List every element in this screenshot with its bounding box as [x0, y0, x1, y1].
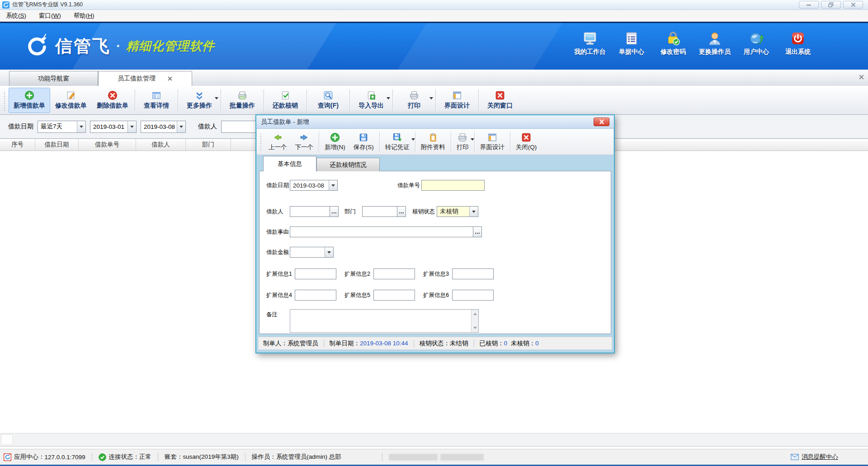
remark-textarea[interactable] [290, 309, 479, 333]
dropdown-caret-icon [471, 138, 474, 142]
loan-amount-select[interactable] [290, 247, 334, 258]
next-record-button[interactable]: 下一个 [291, 130, 318, 154]
toolbar-separator [264, 89, 264, 111]
delete-icon [108, 90, 118, 100]
loan-reason-input[interactable] [290, 226, 473, 237]
ext6-label: 扩展信息6 [423, 290, 449, 301]
close-button[interactable] [843, 1, 863, 9]
borrower-input[interactable] [290, 206, 330, 217]
dept-input[interactable] [362, 206, 397, 217]
dept-lookup-button[interactable]: … [397, 206, 406, 217]
operator-label: 操作员： [252, 453, 276, 461]
dropdown-arrow[interactable] [325, 247, 333, 257]
tab-close-icon[interactable] [167, 76, 173, 81]
menu-window[interactable]: 窗口(W) [39, 12, 61, 20]
scrollbar-thumb[interactable] [1, 434, 13, 445]
column-header-loan-no[interactable]: 借款单号 [79, 139, 136, 151]
workbench-button[interactable]: 我的工作台 [573, 31, 607, 56]
ext4-input[interactable] [295, 290, 336, 301]
loan-date-select[interactable]: 2019-03-08 [290, 180, 338, 191]
dropdown-arrow[interactable] [77, 121, 85, 132]
attachments-button[interactable]: 附件资料 [417, 130, 449, 154]
close-window-button[interactable]: 关闭窗口 [480, 88, 520, 113]
dropdown-arrow[interactable] [177, 121, 185, 132]
scroll-up-icon[interactable] [473, 311, 477, 315]
dialog-form: 借款日期 2019-03-08 借款单号 借款人 … 部门 … 核销状态 未核销… [259, 171, 611, 334]
batch-actions-button[interactable]: 批量操作 [222, 88, 262, 113]
menu-help[interactable]: 帮助(H) [74, 12, 94, 20]
date-to-select[interactable]: 2019-03-08 [141, 121, 186, 133]
exit-system-button[interactable]: 退出系统 [781, 31, 815, 56]
toolbar-separator [474, 132, 475, 152]
tab-loan-management[interactable]: 员工借款管理 [98, 71, 192, 86]
edit-loan-button[interactable]: 修改借款单 [50, 88, 92, 113]
post-voucher-button[interactable]: 转记凭证 [381, 130, 414, 154]
restore-button[interactable] [821, 1, 841, 9]
tab-basic-info[interactable]: 基本信息 [263, 156, 316, 171]
loan-no-label: 借款单号 [397, 180, 420, 191]
make-date-value: 2019-03-08 10:44 [360, 340, 408, 347]
add-loan-button[interactable]: 新增借款单 [9, 88, 50, 113]
tabbar-close-icon[interactable] [859, 74, 864, 80]
toolbar-separator [178, 89, 178, 111]
connection-ok-icon [99, 453, 106, 461]
menu-system[interactable]: 系统(S) [6, 12, 26, 20]
repay-verify-button[interactable]: 还款核销 [265, 88, 305, 113]
borrower-lookup-button[interactable]: … [330, 206, 339, 217]
new-record-button[interactable]: 新增(N) [321, 130, 349, 154]
document-center-button[interactable]: 单据中心 [615, 31, 648, 56]
toolbar-separator [319, 132, 319, 152]
brand: 信管飞 · 精细化管理软件 [24, 33, 215, 59]
reason-lookup-button[interactable]: … [473, 226, 482, 237]
column-header-borrower[interactable]: 借款人 [136, 139, 186, 151]
ext2-input[interactable] [373, 268, 415, 279]
dialog-close-button[interactable] [594, 118, 609, 126]
toolbar-separator [451, 132, 451, 152]
import-export-button[interactable]: 导入导出 [351, 88, 391, 113]
column-header-seq[interactable]: 序号 [0, 139, 35, 151]
ui-design-button[interactable]: 界面设计 [437, 88, 477, 113]
verify-state-value: 未核销 [437, 207, 469, 217]
tab-repayment-status[interactable]: 还款核销情况 [316, 158, 380, 171]
prev-record-button[interactable]: 上一个 [264, 130, 291, 154]
print-button[interactable]: 打印 [453, 130, 473, 154]
ui-design-button[interactable]: 界面设计 [476, 130, 509, 154]
more-actions-button[interactable]: 更多操作 [179, 88, 219, 113]
tab-function-nav[interactable]: 功能导航窗 [9, 71, 98, 86]
loan-no-input[interactable] [421, 180, 485, 191]
close-dialog-button[interactable]: 关闭(Q) [512, 130, 541, 154]
remark-scrollbar[interactable] [471, 310, 478, 332]
toolbar-separator [307, 89, 307, 111]
ext6-input[interactable] [452, 290, 494, 301]
verify-state-select[interactable]: 未核销 [437, 206, 478, 217]
minimize-button[interactable] [799, 1, 819, 9]
brand-slogan: 精细化管理软件 [126, 38, 215, 54]
horizontal-scrollbar[interactable] [0, 433, 868, 447]
change-password-button[interactable]: 修改密码 [656, 31, 690, 56]
dropdown-caret-icon [429, 97, 433, 101]
view-details-button[interactable]: 查看详情 [137, 88, 176, 113]
date-range-select[interactable]: 最近7天 [38, 121, 86, 133]
ext5-input[interactable] [373, 290, 415, 301]
add-icon [24, 90, 34, 100]
dropdown-arrow[interactable] [469, 207, 478, 217]
save-button[interactable]: 保存(S) [349, 130, 378, 154]
scroll-down-icon[interactable] [473, 327, 477, 331]
account-label: 账套： [165, 453, 183, 461]
column-header-date[interactable]: 借款日期 [35, 139, 79, 151]
delete-loan-button[interactable]: 删除借款单 [92, 88, 133, 113]
date-from-select[interactable]: 2019-03-01 [90, 121, 137, 133]
print-button[interactable]: 打印 [394, 88, 434, 113]
borrower-filter-label: 借款人 [198, 122, 217, 131]
message-center-link[interactable]: 消息提醒中心 [791, 453, 838, 461]
arrow-right-icon [299, 132, 309, 142]
query-button[interactable]: 查询(F) [308, 88, 348, 113]
dropdown-arrow[interactable] [329, 180, 337, 190]
column-header-dept[interactable]: 部门 [186, 139, 231, 151]
ext1-input[interactable] [295, 268, 336, 279]
dropdown-arrow[interactable] [127, 121, 136, 132]
window-title: 信管飞RMS专业版 V9.1.360 [12, 1, 83, 9]
user-center-button[interactable]: 用户中心 [740, 31, 773, 56]
switch-operator-button[interactable]: 更换操作员 [698, 31, 731, 56]
ext3-input[interactable] [452, 268, 494, 279]
